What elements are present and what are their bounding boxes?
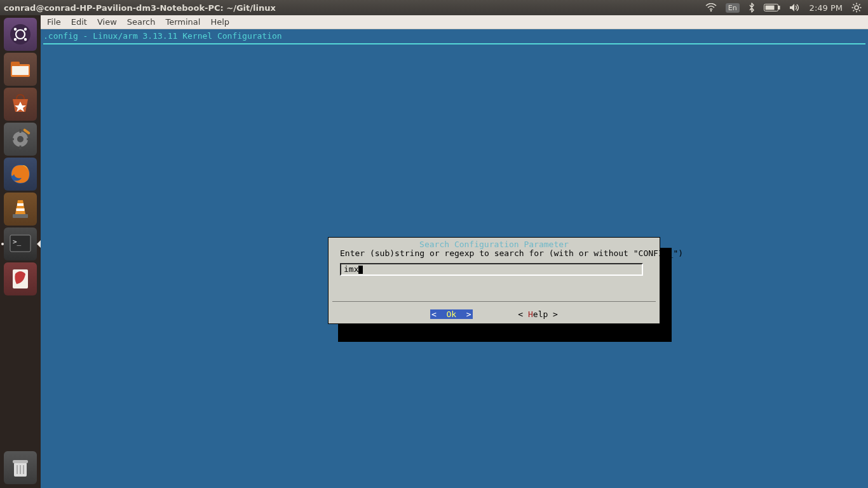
help-button[interactable]: < Help > [518, 309, 558, 319]
svg-point-17 [14, 38, 17, 41]
text-cursor [358, 266, 363, 274]
battery-icon[interactable] [764, 4, 780, 11]
unity-launcher: >_ [0, 15, 41, 488]
svg-point-18 [24, 38, 27, 41]
evince-icon[interactable] [4, 262, 37, 295]
svg-point-23 [17, 136, 24, 142]
svg-rect-3 [765, 6, 774, 10]
search-input-value: imx [344, 265, 358, 274]
ok-button[interactable]: < Ok > [430, 309, 473, 319]
svg-rect-37 [13, 460, 28, 463]
clock[interactable]: 2:49 PM [810, 3, 843, 13]
session-gear-icon[interactable] [851, 3, 862, 13]
svg-point-4 [855, 6, 858, 10]
svg-point-15 [14, 28, 17, 30]
menu-help[interactable]: Help [210, 17, 229, 27]
menu-edit[interactable]: Edit [71, 17, 87, 27]
menu-file[interactable]: File [47, 17, 61, 27]
svg-line-10 [859, 10, 860, 11]
menuconfig-divider [43, 43, 865, 44]
terminal-viewport[interactable]: .config - Linux/arm 3.13.11 Kernel Confi… [41, 29, 868, 488]
svg-rect-2 [778, 6, 780, 10]
dialog-title: Search Configuration Parameter [329, 240, 660, 249]
dash-icon[interactable] [4, 18, 37, 51]
settings-icon[interactable] [4, 123, 37, 156]
bluetooth-icon[interactable] [749, 3, 755, 13]
search-input[interactable]: imx [340, 263, 643, 276]
menu-view[interactable]: View [97, 17, 117, 27]
trash-icon[interactable] [4, 451, 37, 484]
dialog-button-row: < Ok > < Help > [329, 310, 660, 319]
ok-button-label: Ok [447, 309, 457, 319]
terminal-menubar: File Edit View Search Terminal Help [41, 15, 868, 29]
svg-line-12 [859, 4, 860, 6]
wifi-icon[interactable] [705, 3, 717, 12]
svg-line-9 [853, 4, 855, 6]
svg-text:>_: >_ [13, 238, 22, 246]
volume-icon[interactable] [789, 3, 801, 12]
terminal-icon[interactable]: >_ [4, 227, 37, 261]
indicator-area: En 2:49 PM [705, 3, 868, 13]
vlc-icon[interactable] [4, 193, 37, 226]
top-panel: conrad@conrad-HP-Pavilion-dm3-Notebook-P… [0, 0, 868, 15]
nautilus-icon[interactable] [4, 53, 37, 86]
dialog-separator [332, 301, 656, 302]
menu-terminal[interactable]: Terminal [165, 17, 200, 27]
svg-rect-21 [12, 66, 29, 75]
svg-rect-30 [17, 203, 24, 206]
software-center-icon[interactable] [4, 88, 37, 121]
window-title: conrad@conrad-HP-Pavilion-dm3-Notebook-P… [0, 3, 705, 13]
dialog-prompt: Enter (sub)string or regexp to search fo… [340, 249, 648, 258]
svg-point-16 [24, 28, 27, 30]
svg-rect-32 [13, 214, 28, 218]
svg-point-0 [710, 10, 712, 12]
firefox-icon[interactable] [4, 158, 37, 191]
svg-point-13 [10, 24, 31, 44]
keyboard-layout-indicator[interactable]: En [726, 3, 740, 13]
svg-rect-31 [17, 208, 25, 211]
search-dialog: Search Configuration Parameter Enter (su… [328, 237, 660, 324]
help-hotkey: H [528, 309, 533, 319]
svg-line-11 [853, 10, 855, 11]
menu-search[interactable]: Search [127, 17, 156, 27]
svg-rect-20 [11, 62, 20, 67]
menuconfig-title: .config - Linux/arm 3.13.11 Kernel Confi… [43, 32, 282, 41]
help-button-label: elp [533, 309, 548, 319]
